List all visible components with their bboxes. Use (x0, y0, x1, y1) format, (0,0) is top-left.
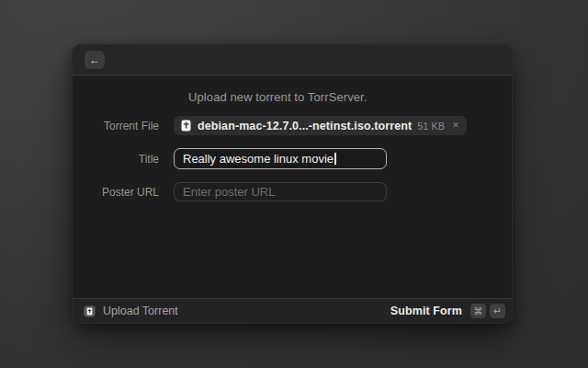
title-input-value: Really awesome linux movie (183, 152, 334, 166)
command-name: Upload Torrent (103, 305, 178, 317)
window-footer: Upload Torrent Submit Form ⌘ ↵ (73, 298, 512, 323)
upload-form-window: ← Upload new torrent to TorrServer. Torr… (72, 44, 513, 324)
submit-form-label: Submit Form (390, 305, 462, 317)
poster-url-placeholder: Enter poster URL (183, 185, 275, 199)
back-button[interactable]: ← (85, 51, 105, 69)
poster-url-row: Poster URL Enter poster URL (73, 182, 512, 201)
shortcut-keycaps: ⌘ ↵ (470, 304, 505, 318)
file-size-badge: 51 KB (417, 121, 445, 132)
field-label-torrent-file: Torrent File (73, 120, 174, 132)
torrent-file-icon (180, 120, 192, 132)
field-label-poster-url: Poster URL (73, 186, 174, 199)
window-body: Upload new torrent to TorrServer. Torren… (73, 76, 512, 298)
field-label-title: Title (73, 153, 174, 166)
remove-file-icon[interactable]: ✕ (452, 121, 459, 130)
torrent-file-row: Torrent File debian-mac-12.7.0...-netins… (73, 116, 512, 135)
window-header: ← (73, 45, 512, 75)
poster-url-input[interactable]: Enter poster URL (174, 182, 387, 201)
footer-command-info: Upload Torrent (84, 305, 390, 317)
text-caret (334, 153, 336, 165)
title-row: Title Really awesome linux movie (73, 149, 512, 168)
back-arrow-icon: ← (89, 54, 100, 65)
extension-icon (84, 305, 96, 317)
command-key-icon: ⌘ (470, 304, 486, 318)
submit-form-button[interactable]: Submit Form ⌘ ↵ (390, 304, 505, 318)
form-description: Upload new torrent to TorrServer. (188, 90, 512, 104)
title-input[interactable]: Really awesome linux movie (174, 148, 387, 169)
file-name: debian-mac-12.7.0...-netinst.iso.torrent (198, 120, 412, 132)
torrent-file-chip[interactable]: debian-mac-12.7.0...-netinst.iso.torrent… (174, 116, 467, 135)
return-key-icon: ↵ (490, 304, 505, 318)
